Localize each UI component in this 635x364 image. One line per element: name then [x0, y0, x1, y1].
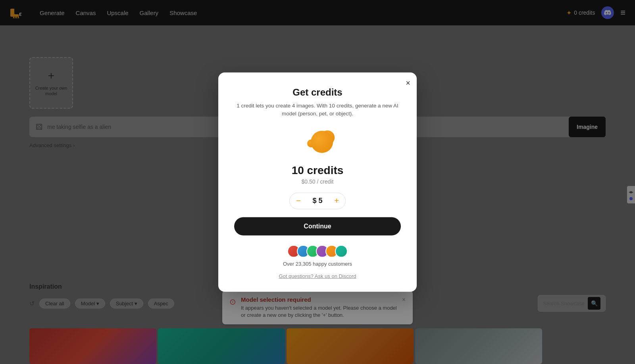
- continue-button[interactable]: Continue: [234, 217, 401, 235]
- stepper-value: $ 5: [306, 197, 329, 205]
- avatars-row: [287, 245, 348, 257]
- credits-modal: × Get credits 1 credit lets you create 4…: [218, 73, 417, 292]
- discord-link[interactable]: Got questions? Ask us on Discord: [234, 273, 401, 279]
- coin-large: [311, 130, 333, 153]
- stepper-minus-button[interactable]: −: [291, 193, 306, 208]
- stepper-plus-button[interactable]: +: [329, 193, 344, 208]
- modal-title: Get credits: [234, 87, 401, 98]
- happy-customers: Over 23,305 happy customers: [234, 245, 401, 266]
- modal-close-button[interactable]: ×: [406, 79, 410, 87]
- credits-amount-display: 10 credits: [234, 164, 401, 176]
- happy-customers-label: Over 23,305 happy customers: [283, 261, 352, 266]
- coins-visual: [234, 126, 401, 157]
- credits-rate: $0.50 / credit: [234, 178, 401, 184]
- stepper-container: − $ 5 +: [289, 192, 346, 209]
- avatar-6: [335, 245, 348, 257]
- modal-subtitle: 1 credit lets you create 4 images. With …: [234, 102, 401, 118]
- stepper-row: − $ 5 +: [234, 192, 401, 209]
